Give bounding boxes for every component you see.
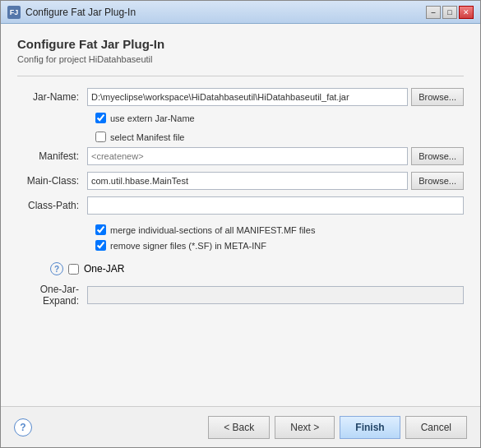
minimize-button[interactable]: – [426,6,441,19]
classpath-label: Class-Path: [17,200,87,211]
manifest-label: Manifest: [17,150,87,162]
remove-signer-row: remove signer files (*.SF) in META-INF [95,240,464,251]
classpath-row: Class-Path: [17,196,464,215]
form-area: Jar-Name: Browse... use extern Jar-Name … [17,88,464,398]
one-jar-help-icon[interactable]: ? [50,262,63,275]
dialog-content: Configure Fat Jar Plug-In Config for pro… [1,24,480,406]
select-manifest-label: select Manifest file [110,132,184,142]
bottom-bar: ? < Back Next > Finish Cancel [1,406,480,447]
one-jar-checkbox[interactable] [68,264,79,275]
one-jar-expand-input[interactable] [87,286,464,304]
use-extern-jar-row: use extern Jar-Name [95,113,464,123]
manifest-browse-button[interactable]: Browse... [411,147,464,165]
merge-manifest-row: merge individual-sections of all MANIFES… [95,224,464,235]
use-extern-jar-label: use extern Jar-Name [110,113,195,123]
use-extern-jar-checkbox[interactable] [95,113,106,123]
jar-name-browse-button[interactable]: Browse... [411,88,464,106]
manifest-row: Manifest: Browse... [17,147,464,165]
merge-manifest-label: merge individual-sections of all MANIFES… [110,225,315,235]
next-button[interactable]: Next > [275,416,335,439]
merge-manifest-checkbox[interactable] [95,224,106,235]
one-jar-expand-row: One-Jar-Expand: [17,284,464,307]
classpath-input[interactable] [87,196,464,215]
jar-name-label: Jar-Name: [17,91,87,103]
select-manifest-checkbox[interactable] [95,132,106,142]
main-class-label: Main-Class: [17,175,87,187]
maximize-button[interactable]: □ [442,6,457,19]
finish-button[interactable]: Finish [340,416,400,439]
window-controls: – □ ✕ [426,6,474,19]
jar-name-row: Jar-Name: Browse... [17,88,464,106]
separator [17,76,464,76]
manifest-input[interactable] [87,147,408,165]
cancel-button[interactable]: Cancel [405,416,467,439]
select-manifest-row: select Manifest file [95,132,464,142]
one-jar-row: ? One-JAR [50,262,464,275]
remove-signer-checkbox[interactable] [95,240,106,251]
app-icon: FJ [7,6,21,19]
one-jar-label: One-JAR [84,263,124,275]
close-button[interactable]: ✕ [459,6,474,19]
dialog-title: Configure Fat Jar Plug-In [17,37,464,51]
main-class-row: Main-Class: Browse... [17,172,464,190]
dialog-subtitle: Config for project HiDatahbaseutil [17,54,464,64]
main-class-browse-button[interactable]: Browse... [411,172,464,190]
title-bar: FJ Configure Fat Jar Plug-In – □ ✕ [1,1,480,24]
one-jar-expand-label: One-Jar-Expand: [17,284,87,307]
main-class-input[interactable] [87,172,408,190]
help-button[interactable]: ? [14,418,32,436]
back-button[interactable]: < Back [208,416,270,439]
title-bar-text: Configure Fat Jar Plug-In [25,7,426,18]
main-window: FJ Configure Fat Jar Plug-In – □ ✕ Confi… [0,0,481,448]
jar-name-input[interactable] [87,88,408,106]
remove-signer-label: remove signer files (*.SF) in META-INF [110,241,266,251]
